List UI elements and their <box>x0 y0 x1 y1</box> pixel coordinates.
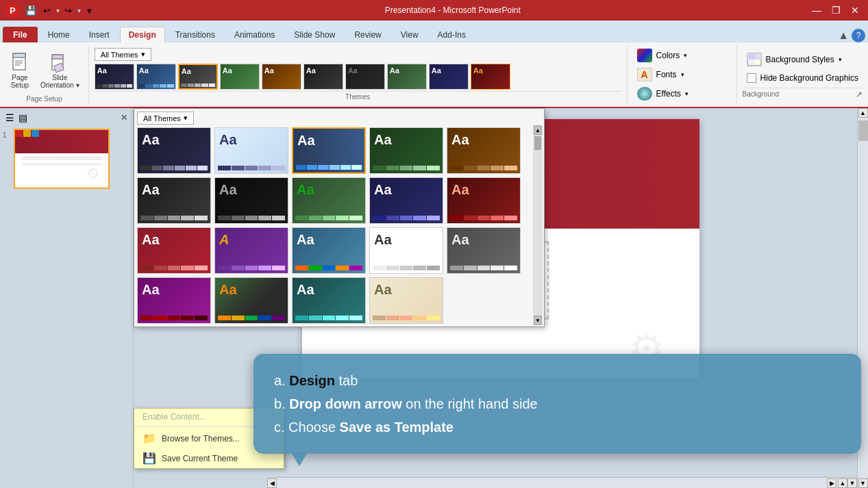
save-quick-btn[interactable]: 💾 <box>25 3 38 17</box>
tooltip-b-prefix: b. <box>274 396 289 411</box>
theme-origin[interactable]: A <box>214 227 288 274</box>
theme-preview-9[interactable]: Aa <box>429 64 469 90</box>
theme-verve-1[interactable]: Aa <box>137 277 211 324</box>
effects-btn[interactable]: Effects ▾ <box>633 85 731 103</box>
theme-metro[interactable]: Aa <box>292 177 366 224</box>
scrollbar-down-btn[interactable]: ▼ <box>858 478 868 488</box>
colors-btn[interactable]: Colors ▾ <box>633 47 731 64</box>
slide-thumbnail-1[interactable]: ⚙ <box>14 129 110 189</box>
tab-addins[interactable]: Add-Ins <box>429 27 475 42</box>
scrollbar-up-btn[interactable]: ▲ <box>858 108 868 118</box>
tab-file[interactable]: File <box>3 27 38 42</box>
theme-preview-6[interactable]: Aa <box>303 64 343 90</box>
fonts-btn[interactable]: A Fonts ▾ <box>633 66 731 84</box>
redo-arrow: ▾ <box>77 7 81 14</box>
theme-preview-5[interactable]: Aa <box>262 64 301 90</box>
theme-preview-8[interactable]: Aa <box>387 64 427 90</box>
theme-opulent[interactable]: Aa <box>447 177 521 224</box>
browse-icon: 📁 <box>142 432 156 445</box>
theme-gallery-popup: All Themes ▾ Aa Aa Aa <box>134 108 545 327</box>
maximize-btn[interactable]: ❐ <box>828 4 843 16</box>
hide-background-btn[interactable]: Hide Background Graphics <box>743 71 863 85</box>
colors-arrow: ▾ <box>684 52 687 59</box>
slide-panel: ☰ ▤ ✕ 1 ⚙ <box>0 108 134 488</box>
page-setup-btn[interactable]: PageSetup <box>5 50 34 91</box>
fonts-icon: A <box>637 68 652 81</box>
theme-preview-10-selected[interactable]: Aa <box>471 64 510 90</box>
next-slide-btn[interactable]: ▼ <box>847 478 857 488</box>
close-btn[interactable]: ✕ <box>847 4 863 16</box>
background-expand-btn[interactable]: ↗ <box>856 90 863 99</box>
theme-module[interactable]: Aa <box>369 177 443 224</box>
slide-panel-icon[interactable]: ☰ <box>5 112 14 123</box>
undo-arrow: ▾ <box>56 7 60 14</box>
tab-animations[interactable]: Animations <box>225 27 284 42</box>
theme-foundry[interactable]: Aa <box>137 177 211 224</box>
theme-technic[interactable]: Aa <box>447 227 521 274</box>
theme-median[interactable]: Aa <box>214 177 288 224</box>
theme-verve-2[interactable]: Aa <box>214 277 288 324</box>
theme-paper[interactable]: Aa <box>292 227 366 274</box>
prev-slide-btn[interactable]: ▲ <box>838 478 847 488</box>
theme-civic[interactable]: Aa <box>214 127 288 174</box>
tooltip-line-3: c. Choose Save as Template <box>274 415 841 439</box>
theme-extra-1[interactable]: Aa <box>292 277 366 324</box>
all-themes-btn[interactable]: All Themes ▾ <box>137 112 194 125</box>
slide-orientation-icon <box>49 52 71 74</box>
gallery-scroll-up[interactable]: ▲ <box>534 125 542 135</box>
background-styles-btn[interactable]: Background Styles ▾ <box>743 51 863 68</box>
colors-icon <box>637 49 652 62</box>
close-panel-btn[interactable]: ✕ <box>121 113 127 123</box>
redo-btn[interactable]: ↪ <box>62 3 75 17</box>
pagesetup-group-label: Page Setup <box>26 95 62 103</box>
gallery-scrollbar: ▲ ▼ <box>533 125 543 325</box>
theme-solstice[interactable]: Aa <box>369 227 443 274</box>
collapse-ribbon-btn[interactable]: ▲ <box>838 29 849 42</box>
theme-preview-1[interactable]: Aa <box>95 64 134 90</box>
theme-concourse-selected[interactable]: Aa <box>292 127 366 174</box>
canvas-hscrollbar: ◀ ▶ ▲ ▼ <box>267 477 857 488</box>
tab-view[interactable]: View <box>392 27 427 42</box>
theme-preview-7[interactable]: Aa <box>345 64 385 90</box>
tooltip-line-2: b. Drop down arrow on the right hand sid… <box>274 392 841 415</box>
title-bar-left: P 💾 ↩ ▾ ↪ ▾ ▾ <box>5 3 97 17</box>
gallery-scroll-down[interactable]: ▼ <box>534 316 542 325</box>
theme-preview-4[interactable]: Aa <box>220 64 260 90</box>
panel-view-btns: ☰ ▤ <box>5 112 27 123</box>
customize-btn[interactable]: ▾ <box>83 3 97 17</box>
themes-ribbon-preview: Aa Aa Aa Aa Aa Aa Aa Aa Aa Aa <box>95 64 621 90</box>
minimize-btn[interactable]: — <box>809 4 824 16</box>
theme-equity[interactable]: Aa <box>369 127 443 174</box>
theme-extra-2[interactable]: Aa <box>369 277 443 324</box>
page-setup-label: PageSetup <box>11 74 29 89</box>
outline-panel-icon[interactable]: ▤ <box>18 112 27 123</box>
ribbon-group-themes: All Themes ▾ Aa Aa Aa Aa Aa Aa Aa Aa Aa … <box>89 45 627 104</box>
help-btn[interactable]: ? <box>852 29 865 42</box>
main-area: ☰ ▤ ✕ 1 ⚙ <box>0 108 868 488</box>
tab-home[interactable]: Home <box>39 27 79 42</box>
hide-background-label: Hide Background Graphics <box>760 73 858 83</box>
tab-review[interactable]: Review <box>345 27 390 42</box>
scrollbar-thumb[interactable] <box>858 120 868 141</box>
hscrollbar-right-btn[interactable]: ▶ <box>827 478 836 488</box>
hscrollbar-left-btn[interactable]: ◀ <box>267 478 277 488</box>
theme-flow[interactable]: Aa <box>447 127 521 174</box>
slide-orientation-btn[interactable]: SlideOrientation ▾ <box>37 50 83 91</box>
theme-office[interactable]: Aa <box>137 127 211 174</box>
undo-btn[interactable]: ↩ <box>40 3 54 17</box>
gallery-scroll-track <box>534 135 541 316</box>
ribbon-content: PageSetup SlideOrientation ▾ Page Setup <box>0 42 868 108</box>
all-themes-arrow: ▾ <box>184 114 188 123</box>
tab-insert[interactable]: Insert <box>80 27 119 42</box>
theme-oriel[interactable]: Aa <box>137 227 211 274</box>
save-theme-icon: 💾 <box>142 452 156 465</box>
gallery-scroll-thumb[interactable] <box>534 136 541 150</box>
all-themes-dropdown[interactable]: All Themes ▾ <box>95 48 151 61</box>
theme-preview-2[interactable]: Aa <box>136 64 176 90</box>
tooltip-a-prefix: a. <box>274 373 289 388</box>
tab-transitions[interactable]: Transitions <box>166 27 224 42</box>
theme-preview-3-selected[interactable]: Aa <box>178 64 218 90</box>
tab-slideshow[interactable]: Slide Show <box>285 27 344 42</box>
tab-design[interactable]: Design <box>120 27 165 42</box>
tooltip-bubble: a. Design tab b. Drop down arrow on the … <box>253 354 861 454</box>
